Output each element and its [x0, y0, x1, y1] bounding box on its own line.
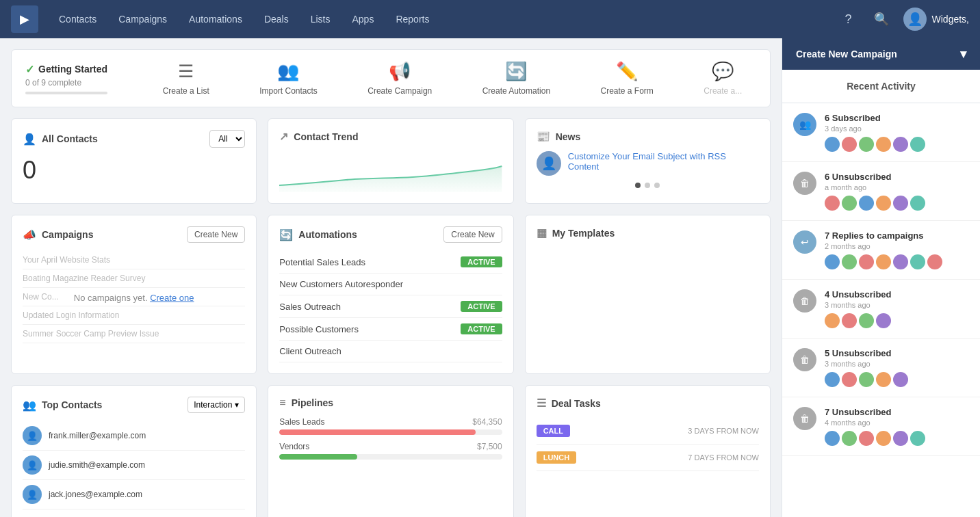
- pipelines-card: ≡ Pipelines Sales Leads $64,350: [268, 385, 513, 517]
- mini-avatar: [876, 196, 891, 211]
- campaigns-card: 📣 Campaigns Create New Your April Websit…: [11, 215, 257, 374]
- campaign-row: Boating Magazine Reader Survey: [23, 269, 245, 288]
- mini-avatar: [893, 137, 908, 152]
- mini-avatar: [842, 431, 857, 446]
- activity-item-4: 🗑 4 Unsubscribed 3 months ago: [782, 280, 980, 339]
- refresh-icon: 🔄: [279, 228, 293, 241]
- contacts-filter-dropdown[interactable]: All: [209, 130, 245, 148]
- content-area: ✓ Getting Started 0 of 9 complete ☰ Crea…: [0, 38, 782, 517]
- username: Widgets,: [932, 14, 969, 25]
- middle-row-grid: 📣 Campaigns Create New Your April Websit…: [11, 215, 771, 374]
- chevron-right-icon: ▶: [20, 12, 29, 27]
- contact-trend-title: ↗ Contact Trend: [279, 130, 358, 143]
- campaign-row: Updated Login Information: [23, 306, 245, 325]
- gs-step-campaign[interactable]: 📢 Create Campaign: [368, 61, 432, 96]
- replies-icon: ↩: [793, 230, 816, 254]
- news-title: 📰 News: [537, 130, 581, 143]
- gs-title-block: ✓ Getting Started 0 of 9 complete: [25, 63, 121, 94]
- gs-step-import[interactable]: 👥 Import Contacts: [259, 61, 318, 96]
- avatar-row-6: [825, 431, 969, 446]
- contact-row-2: 👤 judie.smith@example.com: [23, 451, 245, 480]
- main-layout: ✓ Getting Started 0 of 9 complete ☰ Crea…: [0, 38, 980, 517]
- deal-row-2: LUNCH 7 DAYS FROM NOW: [537, 445, 759, 471]
- news-dot-2[interactable]: [645, 183, 650, 188]
- activity-info-1: 6 Subscribed 3 days ago: [825, 113, 969, 152]
- mini-avatar: [893, 431, 908, 446]
- user-menu[interactable]: 👤 Widgets,: [903, 8, 969, 31]
- mini-avatar: [893, 254, 908, 269]
- top-contacts-title: 👥 Top Contacts: [23, 399, 102, 412]
- deal-tasks-header: ☰ Deal Tasks: [537, 397, 759, 410]
- avatar: 👤: [903, 8, 927, 31]
- nav-lists[interactable]: Lists: [301, 8, 340, 30]
- top-row-grid: 👤 All Contacts All 0 ↗ Contact Trend: [11, 118, 771, 204]
- news-link[interactable]: Customize Your Email Subject with RSS Co…: [568, 151, 759, 172]
- mini-avatar: [859, 254, 874, 269]
- chevron-down-icon: ▾: [235, 400, 239, 410]
- mini-avatar: [910, 254, 925, 269]
- gs-step-form[interactable]: ✏️ Create a Form: [600, 61, 653, 96]
- mini-avatar: [842, 137, 857, 152]
- trend-chart: [279, 151, 502, 192]
- contacts-icon: 👤: [23, 133, 36, 146]
- mini-avatar: [842, 313, 857, 328]
- mini-avatar: [876, 372, 891, 387]
- import-icon: 👥: [277, 61, 299, 82]
- interaction-dropdown[interactable]: Interaction ▾: [188, 397, 245, 413]
- automation-icon: 🔄: [505, 61, 527, 82]
- campaigns-header: 📣 Campaigns Create New: [23, 226, 245, 243]
- create-campaign-btn[interactable]: Create New Campaign ▾: [782, 38, 980, 70]
- templates-title: ▦ My Templates: [537, 226, 615, 239]
- activity-item-2: 🗑 6 Unsubscribed a month ago: [782, 162, 980, 221]
- contact-avatar-2: 👤: [23, 455, 42, 475]
- campaigns-title: 📣 Campaigns: [23, 228, 93, 241]
- contact-row-3: 👤 jack.jones@example.com: [23, 480, 245, 509]
- contact-avatar-3: 👤: [23, 485, 42, 504]
- search-button[interactable]: 🔍: [871, 8, 892, 30]
- top-contacts-header: 👥 Top Contacts Interaction ▾: [23, 397, 245, 413]
- create-campaign-link[interactable]: Create one: [150, 292, 194, 302]
- news-dot-1[interactable]: [635, 183, 641, 188]
- check-icon: ✓: [25, 63, 34, 76]
- nav-deals[interactable]: Deals: [255, 8, 298, 30]
- gs-progress: 0 of 9 complete: [25, 78, 121, 88]
- templates-empty: [537, 248, 759, 330]
- campaigns-create-btn[interactable]: Create New: [187, 226, 245, 243]
- gs-step-automation[interactable]: 🔄 Create Automation: [482, 61, 550, 96]
- activity-info-4: 4 Unsubscribed 3 months ago: [825, 289, 969, 328]
- news-dot-3[interactable]: [654, 183, 660, 188]
- avatar-row-5: [825, 372, 969, 387]
- automation-row-5: Client Outreach: [279, 341, 502, 362]
- templates-header: ▦ My Templates: [537, 226, 759, 239]
- automations-create-btn[interactable]: Create New: [443, 226, 502, 243]
- mini-avatar: [842, 254, 857, 269]
- mini-avatar: [825, 137, 840, 152]
- mini-avatar: [859, 313, 874, 328]
- all-contacts-title: 👤 All Contacts: [23, 133, 98, 146]
- gs-step-create: 💬 Create a...: [704, 61, 742, 96]
- pipelines-title: ≡ Pipelines: [279, 397, 333, 409]
- contact-trend-header: ↗ Contact Trend: [279, 130, 502, 143]
- nav-apps[interactable]: Apps: [343, 8, 384, 30]
- mini-avatar: [910, 137, 925, 152]
- help-button[interactable]: ?: [838, 8, 860, 30]
- nav-campaigns[interactable]: Campaigns: [109, 8, 177, 30]
- automations-title: 🔄 Automations: [279, 228, 357, 241]
- avatar-row-1: [825, 137, 969, 152]
- pipeline-bar-1: [279, 429, 475, 435]
- unsubscribed-icon-2: 🗑: [793, 289, 816, 313]
- gs-step-list[interactable]: ☰ Create a List: [163, 61, 209, 96]
- mini-avatar: [842, 196, 857, 211]
- news-card: 📰 News 👤 Customize Your Email Subject wi…: [525, 118, 771, 204]
- mini-avatar: [842, 372, 857, 387]
- nav-reports[interactable]: Reports: [386, 8, 439, 30]
- nav-contacts[interactable]: Contacts: [49, 8, 106, 30]
- nav-automations[interactable]: Automations: [179, 8, 252, 30]
- news-dots: [537, 183, 759, 188]
- mini-avatar: [859, 137, 874, 152]
- contact-row-1: 👤 frank.miller@example.com: [23, 421, 245, 451]
- campaign-row: Your April Website Stats: [23, 251, 245, 269]
- nav-right: ? 🔍 👤 Widgets,: [838, 8, 969, 31]
- nav-logo[interactable]: ▶: [11, 5, 38, 33]
- activity-info-3: 7 Replies to campaigns 2 months ago: [825, 230, 969, 269]
